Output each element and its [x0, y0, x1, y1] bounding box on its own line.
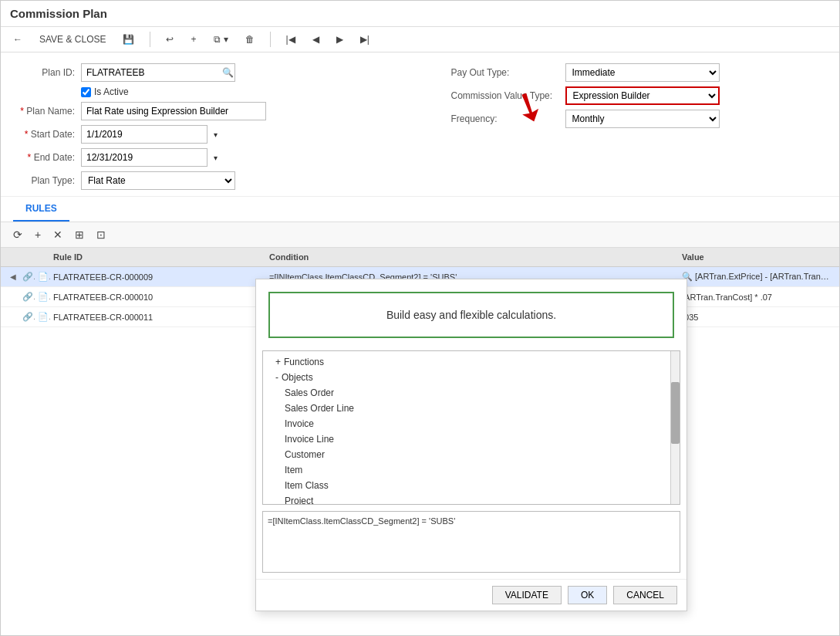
row-expand-icon: [7, 316, 19, 319]
plan-id-row: Plan ID: 🔍: [13, 63, 420, 82]
objects-expand-icon: -: [275, 372, 278, 383]
rules-export-button[interactable]: ⊡: [93, 227, 109, 242]
copy-arrow-icon: ▾: [224, 34, 228, 45]
frequency-label: Frequency:: [451, 113, 559, 124]
plan-type-label: Plan Type:: [13, 175, 75, 186]
expression-info-text: Build easy and flexible calculations.: [386, 309, 556, 321]
col-icon2: [35, 251, 50, 263]
is-active-row: Is Active: [81, 86, 420, 97]
plan-name-input[interactable]: [81, 102, 266, 120]
last-button[interactable]: ▶|: [357, 32, 373, 46]
undo-button[interactable]: ↩: [163, 32, 177, 46]
window-title: Commission Plan: [10, 7, 107, 20]
tree-item-invoice[interactable]: Invoice: [263, 416, 670, 431]
table-section: Rule ID Condition Value ◀ 🔗 📄 FLATRATEEB…: [1, 248, 839, 635]
copy-icon: ⧉: [214, 34, 221, 45]
sales-order-line-label: Sales Order Line: [285, 403, 354, 414]
delete-button[interactable]: 🗑: [242, 32, 258, 46]
form-grid: Plan ID: 🔍 Is Active Plan Name: Start Da…: [13, 63, 827, 190]
tree-item-customer[interactable]: Customer: [263, 447, 670, 462]
add-icon: +: [191, 34, 196, 45]
row-expand-icon: [7, 296, 19, 299]
end-date-label: End Date:: [13, 152, 75, 163]
start-date-input[interactable]: [81, 125, 207, 144]
last-icon: ▶|: [360, 34, 369, 45]
rules-columns-button[interactable]: ⊞: [72, 227, 87, 242]
plan-name-label: Plan Name:: [13, 106, 75, 117]
form-left: Plan ID: 🔍 Is Active Plan Name: Start Da…: [13, 63, 420, 190]
col-value: Value: [679, 251, 833, 263]
main-toolbar: ← SAVE & CLOSE 💾 ↩ + ⧉ ▾ 🗑 |◀ ◀ ▶: [1, 27, 839, 52]
next-button[interactable]: ▶: [333, 32, 346, 46]
cancel-button[interactable]: CANCEL: [613, 586, 677, 604]
commission-value-type-select[interactable]: Flat Amount Percentage Expression Builde…: [565, 86, 720, 105]
save-icon-button[interactable]: 💾: [120, 32, 137, 46]
validate-button[interactable]: VALIDATE: [492, 586, 562, 604]
payout-type-select[interactable]: Immediate Deferred: [565, 63, 720, 82]
row-expand-icon: ◀: [7, 271, 19, 282]
plan-name-row: Plan Name:: [13, 102, 420, 120]
row-value: [ARTran.TranCost] * .07: [679, 291, 833, 303]
rules-tab[interactable]: RULES: [13, 197, 69, 222]
expression-tree[interactable]: + Functions - Objects Sales Order Sales …: [263, 351, 670, 504]
end-date-row: End Date: ▾: [13, 148, 420, 167]
prev-icon: ◀: [312, 34, 319, 45]
copy-button[interactable]: ⧉ ▾: [211, 32, 231, 46]
objects-label: Objects: [282, 372, 313, 383]
payout-type-row: Pay Out Type: Immediate Deferred: [451, 63, 828, 82]
tree-scrollbar[interactable]: [670, 351, 680, 504]
tree-item-functions[interactable]: + Functions: [263, 354, 670, 370]
tree-item-item[interactable]: Item: [263, 462, 670, 478]
row-file-icon: 📄: [35, 270, 50, 283]
item-label: Item: [285, 465, 302, 475]
save-close-button[interactable]: SAVE & CLOSE: [36, 32, 109, 46]
form-right: Pay Out Type: Immediate Deferred Commiss…: [420, 63, 828, 190]
frequency-row: Frequency: Monthly Weekly Quarterly: [451, 110, 828, 128]
ok-button[interactable]: OK: [568, 586, 607, 604]
form-section: Plan ID: 🔍 Is Active Plan Name: Start Da…: [1, 52, 839, 197]
is-active-label: Is Active: [94, 86, 129, 97]
tree-item-objects[interactable]: - Objects: [263, 370, 670, 385]
end-date-input[interactable]: [81, 148, 207, 167]
row-file-icon: 📄: [35, 310, 50, 323]
frequency-select[interactable]: Monthly Weekly Quarterly: [565, 110, 720, 128]
rules-toolbar: ⟳ + ✕ ⊞ ⊡: [1, 222, 839, 248]
tree-item-sales-order[interactable]: Sales Order: [263, 385, 670, 401]
tree-item-project[interactable]: Project: [263, 493, 670, 504]
row-value: .035: [679, 311, 833, 323]
tree-item-item-class[interactable]: Item Class: [263, 478, 670, 493]
row-rule-id: FLATRATEEB-CR-000009: [50, 271, 266, 283]
is-active-checkbox[interactable]: [81, 87, 91, 97]
plan-type-select[interactable]: Flat Rate Tiered Split: [81, 171, 235, 190]
add-button[interactable]: +: [187, 32, 199, 46]
back-icon: ←: [13, 34, 22, 45]
plan-id-input[interactable]: [81, 63, 235, 82]
expression-tree-area[interactable]: + Functions - Objects Sales Order Sales …: [262, 350, 680, 505]
plan-id-search-icon[interactable]: 🔍: [222, 67, 234, 78]
tree-item-sales-order-line[interactable]: Sales Order Line: [263, 401, 670, 416]
rules-delete-button[interactable]: ✕: [50, 227, 66, 242]
rules-refresh-button[interactable]: ⟳: [10, 227, 25, 242]
tree-item-invoice-line[interactable]: Invoice Line: [263, 431, 670, 447]
start-date-chevron[interactable]: ▾: [214, 130, 218, 139]
sales-order-label: Sales Order: [285, 387, 334, 398]
row-value: 🔍 [ARTran.ExtPrice] - [ARTran.TranCost] …: [679, 270, 833, 283]
save-close-label: SAVE & CLOSE: [39, 34, 106, 45]
rules-add-button[interactable]: +: [32, 227, 44, 242]
end-date-chevron[interactable]: ▾: [214, 154, 218, 162]
row-link-icon: 🔗: [19, 310, 35, 323]
expression-builder-popup: Build easy and flexible calculations. + …: [255, 279, 687, 611]
next-icon: ▶: [336, 34, 343, 45]
toolbar-separator-2: [270, 32, 271, 47]
commission-value-type-label: Commission Value Type:: [451, 90, 559, 101]
first-button[interactable]: |◀: [283, 32, 299, 46]
payout-type-label: Pay Out Type:: [451, 67, 559, 78]
back-button[interactable]: ←: [10, 32, 25, 46]
invoice-line-label: Invoice Line: [285, 434, 334, 445]
plan-id-field-container: 🔍: [81, 63, 235, 82]
expression-formula-area[interactable]: =[INItemClass.ItemClassCD_Segment2] = 'S…: [262, 511, 680, 573]
toolbar-separator-1: [150, 32, 150, 47]
functions-label: Functions: [284, 357, 324, 367]
prev-button[interactable]: ◀: [309, 32, 322, 46]
expression-info-box: Build easy and flexible calculations.: [268, 292, 674, 338]
